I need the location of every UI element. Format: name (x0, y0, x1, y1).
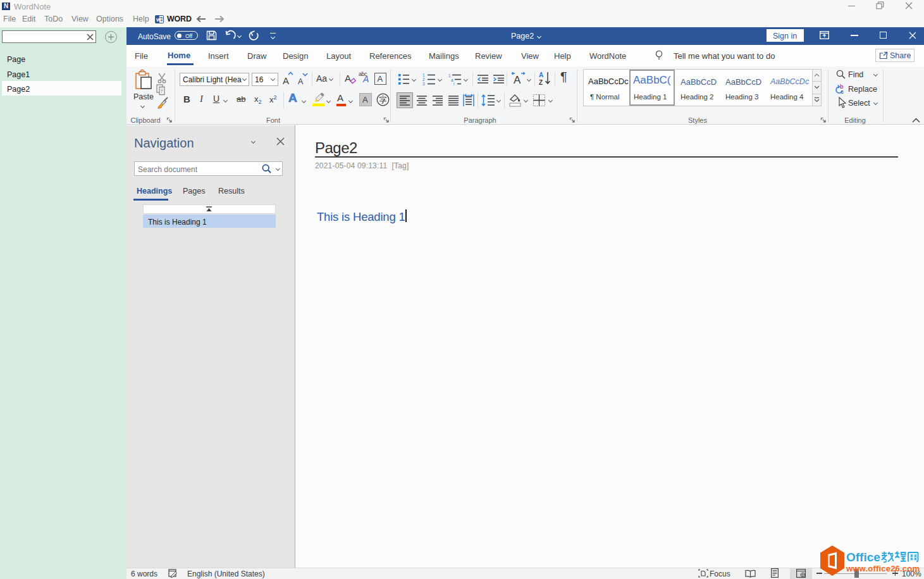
svg-text:A: A (514, 74, 521, 86)
svg-text:3: 3 (422, 82, 425, 86)
svg-text:i: i (453, 82, 454, 86)
svg-text:1: 1 (422, 73, 425, 77)
svg-text:2: 2 (422, 77, 425, 82)
svg-text:W: W (156, 17, 161, 23)
svg-text:A: A (539, 72, 543, 78)
svg-text:Z: Z (539, 79, 543, 86)
